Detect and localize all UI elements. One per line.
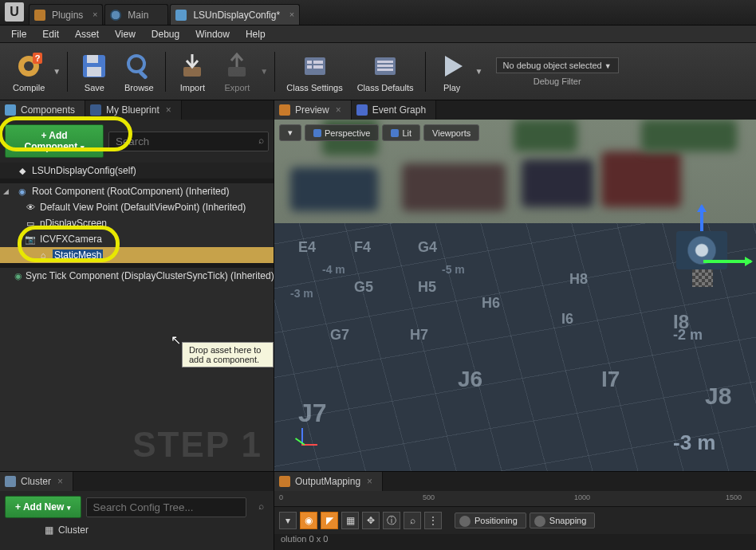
- close-icon[interactable]: ×: [166, 104, 171, 116]
- svg-rect-17: [377, 61, 393, 63]
- preview-icon: [279, 104, 290, 116]
- viewport-menu-button[interactable]: ▾: [279, 124, 301, 141]
- tab-components[interactable]: Components: [0, 100, 85, 120]
- tab-output-mapping[interactable]: OutputMapping×: [274, 472, 383, 491]
- close-icon[interactable]: ×: [93, 10, 97, 19]
- axis-z-arrow[interactable]: [700, 206, 703, 234]
- tree-sync-tick[interactable]: ◉Sync Tick Component (DisplayClusterSync…: [0, 268, 274, 284]
- compile-button[interactable]: ? Compile: [6, 48, 51, 96]
- close-icon[interactable]: ×: [336, 104, 341, 116]
- tree-root-component[interactable]: ◢◉Root Component (RootComponent) (Inheri…: [0, 183, 274, 199]
- cube-icon: [313, 129, 321, 137]
- tab-event-graph[interactable]: Event Graph: [352, 100, 436, 120]
- tree-icvfx-camera[interactable]: 📷ICVFXCamera: [0, 231, 274, 247]
- select-button[interactable]: ◤: [321, 512, 338, 529]
- add-component-button[interactable]: + Add Component ▾: [5, 124, 104, 158]
- close-icon[interactable]: ×: [367, 476, 372, 487]
- viewports-button[interactable]: Viewports: [423, 124, 479, 141]
- perspective-button[interactable]: Perspective: [305, 124, 379, 141]
- positioning-button[interactable]: Positioning: [455, 513, 526, 528]
- add-new-button[interactable]: + Add New ▾: [5, 496, 81, 518]
- cluster-panel: Cluster× + Add New ▾ ⌕ ▦Cluster: [0, 472, 274, 550]
- tool-label: Class Settings: [286, 83, 342, 92]
- expand-icon[interactable]: ◢: [3, 187, 13, 195]
- viewport-camera-gizmo[interactable]: [670, 223, 734, 287]
- info-button[interactable]: ⓘ: [383, 512, 400, 529]
- tab-plugins[interactable]: Plugins ×: [29, 4, 103, 25]
- unreal-logo: U: [5, 2, 24, 22]
- svg-point-7: [128, 56, 144, 72]
- debug-object-selector[interactable]: No debug object selected ▼: [496, 57, 619, 73]
- more-button[interactable]: ⋮: [424, 512, 442, 529]
- close-icon[interactable]: ×: [289, 10, 294, 19]
- close-icon[interactable]: ×: [57, 476, 63, 487]
- titlebar: U Plugins × Main LSUnDisplayConfig* ×: [0, 0, 756, 26]
- class-settings-button[interactable]: Class Settings: [280, 48, 348, 96]
- menu-edit[interactable]: Edit: [36, 26, 65, 42]
- panel-tab-row: Components My Blueprint ×: [0, 100, 274, 120]
- search-icon: ⌕: [258, 501, 264, 512]
- svg-rect-5: [87, 55, 98, 63]
- move-button[interactable]: ✥: [362, 512, 380, 529]
- tab-displayconfig[interactable]: LSUnDisplayConfig* ×: [170, 4, 300, 25]
- menu-file[interactable]: File: [5, 26, 33, 42]
- actor-icon: ◆: [16, 165, 29, 176]
- snapping-button[interactable]: Snapping: [530, 513, 596, 528]
- viewport-axis-indicator: [289, 428, 321, 460]
- menu-window[interactable]: Window: [189, 26, 236, 42]
- save-button[interactable]: Save: [73, 48, 116, 96]
- chevron-down-icon: ▾: [67, 504, 71, 512]
- chevron-down-icon[interactable]: ▼: [260, 67, 270, 76]
- components-icon: [5, 104, 16, 116]
- toolbar-separator: [67, 52, 68, 92]
- chevron-down-icon[interactable]: ▼: [475, 67, 485, 76]
- viewport-tab-row: Preview× Event Graph: [274, 100, 756, 120]
- browse-button[interactable]: Browse: [117, 48, 160, 96]
- cluster-search-input[interactable]: [86, 497, 246, 517]
- asset-icon: [175, 10, 187, 21]
- svg-rect-15: [313, 65, 323, 69]
- dropdown-button[interactable]: ▾: [279, 512, 297, 529]
- menu-help[interactable]: Help: [239, 26, 272, 42]
- svg-rect-18: [377, 65, 393, 67]
- class-defaults-button[interactable]: Class Defaults: [351, 48, 420, 96]
- svg-rect-8: [139, 70, 148, 80]
- import-button[interactable]: Import: [171, 48, 214, 96]
- snapping-icon: [534, 516, 545, 527]
- tab-my-blueprint[interactable]: My Blueprint ×: [85, 100, 182, 120]
- lit-mode-button[interactable]: Lit: [382, 124, 420, 141]
- chevron-down-icon[interactable]: ▼: [53, 67, 62, 76]
- viewport-3d[interactable]: E4 F4 G4 H5 G5 H6 I6 J6 G7 H7 I7 J7 H8 I…: [274, 120, 756, 471]
- svg-rect-6: [87, 67, 101, 77]
- output-toolbar: ▾ ◉ ◤ ▦ ✥ ⓘ ⌕ ⋮ Positioning Snapping: [274, 507, 756, 534]
- export-button[interactable]: Export: [215, 48, 258, 96]
- menu-debug[interactable]: Debug: [145, 26, 186, 42]
- cluster-item[interactable]: ▦Cluster: [0, 523, 274, 537]
- tab-preview[interactable]: Preview×: [274, 100, 352, 120]
- play-button[interactable]: Play: [431, 48, 474, 96]
- tree-self[interactable]: ◆LSUnDisplayConfig(self): [0, 163, 274, 179]
- components-search-input[interactable]: [108, 132, 269, 151]
- menu-view[interactable]: View: [108, 26, 142, 42]
- graph-icon: [356, 104, 368, 116]
- viewport-panel: Preview× Event Graph E4 F4 G4 H5: [274, 100, 756, 471]
- tree-static-mesh[interactable]: ⌂StaticMesh: [0, 247, 274, 263]
- cluster-node-icon: ▦: [45, 524, 53, 536]
- tree-ndisplay-screen[interactable]: ▭nDisplayScreen: [0, 215, 274, 231]
- tree-default-view[interactable]: 👁Default View Point (DefaultViewPoint) (…: [0, 199, 274, 215]
- camera-icon: 👁: [24, 202, 37, 213]
- menu-asset[interactable]: Asset: [69, 26, 105, 42]
- tab-cluster[interactable]: Cluster×: [0, 472, 73, 491]
- components-tree[interactable]: ◆LSUnDisplayConfig(self) ◢◉Root Componen…: [0, 163, 274, 471]
- screen-icon: ▭: [24, 218, 37, 229]
- floppy-icon: [79, 51, 109, 81]
- grid-button[interactable]: ▦: [341, 512, 359, 529]
- menubar: File Edit Asset View Debug Window Help: [0, 26, 756, 43]
- search-button[interactable]: ⌕: [404, 512, 421, 529]
- zoom-button[interactable]: ◉: [300, 512, 317, 529]
- axis-x-arrow[interactable]: [703, 260, 751, 263]
- tab-main[interactable]: Main: [104, 4, 168, 25]
- toolbar-separator: [274, 52, 275, 92]
- svg-rect-14: [307, 65, 312, 69]
- tab-label: Main: [128, 10, 148, 21]
